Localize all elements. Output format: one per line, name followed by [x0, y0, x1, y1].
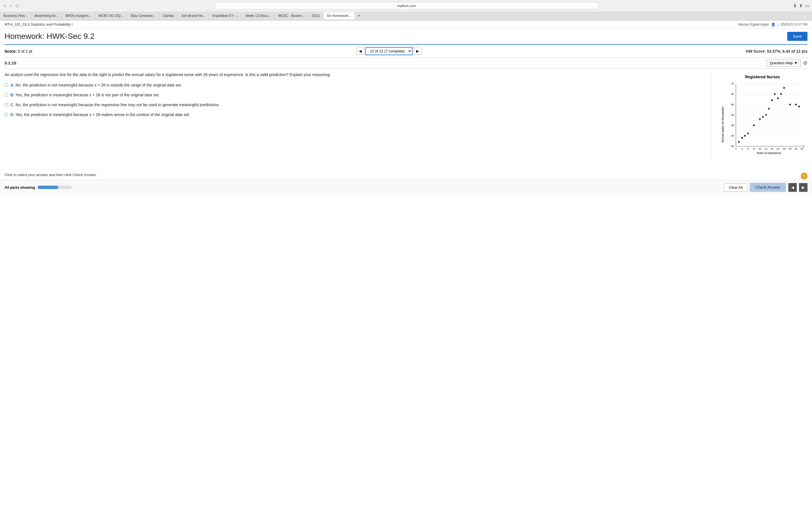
browser-tab[interactable]: Do Homework...	[324, 12, 355, 19]
score-label: Score: 0 of 1 pt	[4, 49, 32, 54]
browser-tab[interactable]: Bloomberg for...	[31, 12, 62, 19]
svg-text:55: 55	[731, 114, 733, 116]
option-item: A.No, the prediction is not meaningful b…	[4, 82, 707, 88]
svg-point-42	[783, 87, 785, 89]
browser-tab[interactable]: Join Brand Ne...	[177, 12, 209, 19]
datetime: 05/03/21 4:07 PM	[781, 22, 808, 26]
address-input[interactable]	[214, 2, 599, 9]
homework-title-bar: Homework: HWK-Sec 9.2 Save	[4, 32, 808, 41]
progress-bar-fill	[38, 186, 58, 189]
footer-prev-button[interactable]: ◀	[788, 183, 797, 192]
user-info: Mariam Egberongbe 👤 | 05/03/21 4:07 PM	[738, 22, 808, 26]
question-help-area: Question Help ▼ ⚙	[767, 59, 808, 66]
option-item: C.No, the prediction is not meaningful b…	[4, 102, 707, 108]
tab-overview-button[interactable]: □	[15, 3, 20, 9]
browser-tab[interactable]: Expedition EY -...	[209, 12, 242, 19]
option-label-3: D.Yes, the prediction is meaningful beca…	[10, 112, 190, 118]
svg-text:70: 70	[731, 82, 733, 85]
browser-toolbar: ‹ › □ ⬇ ⬆ ▭	[0, 0, 812, 11]
option-item: D.Yes, the prediction is meaningful beca…	[4, 112, 707, 118]
browser-tab[interactable]: Claritas	[159, 12, 178, 19]
browser-tab[interactable]: WCEC - Busine...	[274, 12, 308, 19]
question-header: 9.2.29 Question Help ▼ ⚙	[4, 57, 808, 68]
bottom-hint: Click to select your answer and then cli…	[0, 170, 812, 180]
question-number: 9.2.29	[4, 61, 16, 65]
question-body: An analyst used the regression line for …	[4, 72, 808, 161]
parts-label: All parts showing	[4, 185, 35, 189]
option-radio-1[interactable]	[4, 93, 8, 97]
app-header: MTH_101_OL3 Statistics and Probability I…	[0, 20, 812, 29]
check-answer-button[interactable]: Check Answer	[750, 183, 786, 192]
svg-text:40: 40	[731, 145, 733, 148]
footer-bar: All parts showing Clear All Check Answer…	[0, 180, 812, 194]
svg-text:18: 18	[782, 147, 785, 150]
help-circle[interactable]: ?	[801, 173, 808, 179]
save-button[interactable]: Save	[787, 32, 808, 41]
svg-text:10: 10	[758, 147, 761, 150]
scatter-chart: Annual salary (in thousands) x 40 45	[720, 81, 805, 160]
browser-chrome: ‹ › □ ⬇ ⬆ ▭ Business Plan...Bloomberg fo…	[0, 0, 812, 20]
browser-tab[interactable]: Stay Connecte...	[127, 12, 159, 19]
clear-all-button[interactable]: Clear All	[724, 183, 747, 191]
nav-controls: ◀ 12 of 12 (7 complete) ▶	[356, 47, 421, 55]
browser-tab[interactable]: Business Plan...	[0, 12, 31, 19]
share-button[interactable]: ⬆	[799, 3, 803, 8]
chart-title: Registered Nurses	[718, 75, 808, 79]
option-radio-0[interactable]	[4, 83, 8, 87]
settings-button[interactable]: ⚙	[803, 60, 808, 66]
svg-point-33	[753, 124, 755, 126]
browser-tab[interactable]: 2021l	[308, 12, 323, 19]
browser-actions: ⬇ ⬆ ▭	[793, 3, 809, 8]
svg-point-44	[795, 104, 797, 105]
option-label-1: B.Yes, the prediction is meaningful beca…	[10, 92, 160, 98]
footer-next-button[interactable]: ▶	[799, 183, 808, 192]
prev-question-button[interactable]: ◀	[356, 48, 364, 55]
question-left: An analyst used the regression line for …	[4, 72, 712, 161]
svg-point-35	[762, 116, 764, 118]
svg-point-37	[768, 108, 770, 110]
username: Mariam Egberongbe	[738, 22, 769, 26]
option-radio-3[interactable]	[4, 113, 8, 116]
option-item: B.Yes, the prediction is meaningful beca…	[4, 92, 707, 98]
svg-text:2: 2	[735, 147, 737, 150]
back-button[interactable]: ‹	[3, 3, 6, 9]
svg-point-32	[747, 133, 749, 134]
svg-point-43	[789, 104, 791, 105]
browser-tab[interactable]: WCEC-NJ 202...	[95, 12, 127, 19]
hw-score: HW Score: 53.57%, 6.43 of 12 pts	[746, 49, 808, 54]
svg-point-29	[738, 141, 740, 143]
svg-point-36	[765, 114, 767, 116]
browser-tab[interactable]: Week 13 Discu...	[242, 12, 274, 19]
download-button[interactable]: ⬇	[793, 3, 797, 8]
forward-button[interactable]: ›	[9, 3, 12, 9]
svg-text:50: 50	[731, 124, 733, 127]
address-bar-container	[22, 2, 791, 9]
svg-point-38	[771, 100, 773, 101]
score-nav-bar: Score: 0 of 1 pt ◀ 12 of 12 (7 complete)…	[4, 44, 808, 55]
svg-text:6: 6	[747, 147, 749, 150]
svg-text:45: 45	[731, 134, 733, 137]
svg-text:22: 22	[794, 147, 797, 150]
footer-right: Clear All Check Answer ◀ ▶	[724, 183, 808, 192]
svg-text:4: 4	[741, 147, 743, 150]
question-dropdown[interactable]: 12 of 12 (7 complete)	[365, 47, 412, 55]
browser-tab[interactable]: BPDS Assignm...	[62, 12, 95, 19]
svg-point-41	[780, 93, 782, 95]
new-tab-button[interactable]: +	[355, 11, 363, 20]
option-radio-2[interactable]	[4, 103, 8, 107]
question-right: Registered Nurses Annual salary (in thou…	[712, 72, 808, 161]
option-label-0: A.No, the prediction is not meaningful b…	[10, 82, 182, 88]
svg-text:12: 12	[764, 147, 767, 150]
course-title: MTH_101_OL3 Statistics and Probability I	[4, 22, 72, 26]
page-content: Homework: HWK-Sec 9.2 Save Score: 0 of 1…	[0, 29, 812, 164]
x-axis-label: Years of experience	[756, 152, 781, 155]
next-question-button[interactable]: ▶	[414, 48, 421, 55]
option-label-2: C.No, the prediction is not meaningful b…	[10, 102, 220, 108]
svg-text:65: 65	[731, 93, 733, 96]
score-section: Score: 0 of 1 pt	[4, 49, 32, 54]
window-button[interactable]: ▭	[805, 3, 809, 8]
user-icon: 👤	[771, 22, 775, 26]
question-help-button[interactable]: Question Help ▼	[767, 59, 801, 66]
svg-point-39	[774, 93, 776, 95]
options-list: A.No, the prediction is not meaningful b…	[4, 82, 707, 118]
